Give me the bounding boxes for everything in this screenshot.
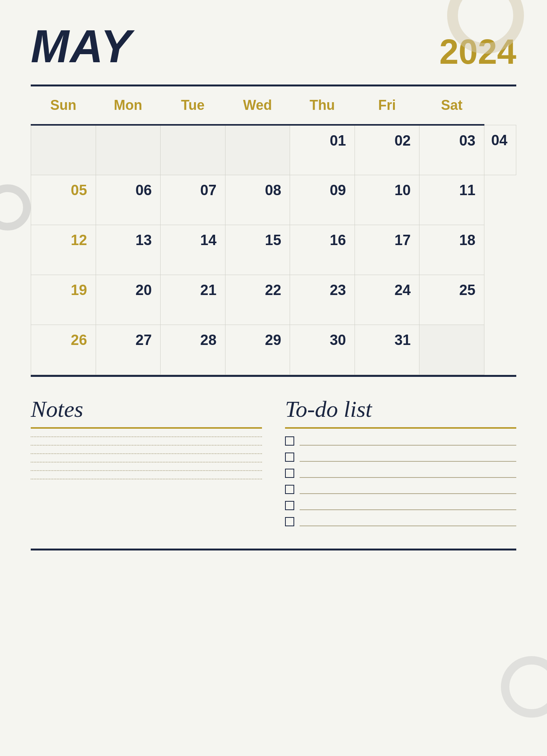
todo-line-1 [300,436,516,446]
todo-underline [285,427,516,429]
calendar-day-w3-d7: 18 [419,225,484,275]
calendar-day-w1-d5: 01 [290,125,355,175]
deco-circle-left [0,184,31,230]
todo-checkbox-4[interactable] [285,485,294,494]
bottom-section: Notes To-do list [31,396,516,533]
calendar-day-w2-d6: 10 [355,175,419,225]
todo-line-2 [300,453,516,462]
calendar-week-2: 05060708091011 [31,175,516,225]
calendar-day-w3-d3: 14 [161,225,225,275]
calendar-body: 0102030405060708091011121314151617181920… [31,125,516,375]
calendar-bottom-border [31,375,516,377]
calendar-day-w2-d2: 06 [96,175,161,225]
calendar-day-w2-d5: 09 [290,175,355,225]
calendar-week-5: 262728293031 [31,325,516,375]
todo-line-5 [300,501,516,510]
todo-checkbox-6[interactable] [285,517,294,526]
calendar-day-w1-d2 [96,125,161,175]
calendar-day-w3-d1: 12 [31,225,96,275]
day-header-thu: Thu [290,86,355,125]
day-header-sat: Sat [419,86,484,125]
todo-checkbox-2[interactable] [285,453,294,462]
todo-item-3 [285,469,516,478]
notes-section: Notes [31,396,262,533]
day-header-wed: Wed [225,86,290,125]
todo-item-4 [285,485,516,494]
month-title: MAY [31,23,132,69]
calendar-day-w1-d4 [225,125,290,175]
final-border [31,549,516,550]
calendar-day-w5-d1: 26 [31,325,96,375]
calendar-day-w4-d5: 23 [290,275,355,325]
calendar-day-w4-d7: 25 [419,275,484,325]
notes-line-6 [31,479,262,479]
todo-checkbox-3[interactable] [285,469,294,478]
calendar-day-w4-d2: 20 [96,275,161,325]
day-header-tue: Tue [161,86,225,125]
calendar-week-1: 01020304 [31,125,516,175]
todo-section: To-do list [285,396,516,533]
calendar-day-w5-d4: 29 [225,325,290,375]
calendar-day-w2-d4: 08 [225,175,290,225]
calendar-day-w4-d6: 24 [355,275,419,325]
notes-line-5 [31,470,262,471]
deco-circle-bottom-right [501,656,547,718]
todo-line-4 [300,485,516,494]
calendar-header-row: Sun Mon Tue Wed Thu Fri Sat [31,86,516,125]
calendar-day-w1-d7: 03 [419,125,484,175]
todo-item-1 [285,436,516,446]
calendar-day-w2-d7: 11 [419,175,484,225]
notes-line-2 [31,445,262,446]
calendar-day-w4-d1: 19 [31,275,96,325]
calendar-day-w3-d5: 16 [290,225,355,275]
calendar-day-w5-d7 [419,325,484,375]
calendar-table: Sun Mon Tue Wed Thu Fri Sat 010203040506… [31,86,516,375]
calendar-day-w4-d3: 21 [161,275,225,325]
calendar-day-w3-d2: 13 [96,225,161,275]
calendar-day-w1-d3 [161,125,225,175]
calendar-day-w5-d5: 30 [290,325,355,375]
header: MAY 2024 [31,23,516,69]
page-container: MAY 2024 Sun Mon Tue Wed Thu Fri Sat 010… [0,0,547,756]
calendar-day-w5-d6: 31 [355,325,419,375]
day-header-sun: Sun [31,86,96,125]
calendar-day-w5-d3: 28 [161,325,225,375]
todo-item-2 [285,453,516,462]
todo-item-5 [285,501,516,510]
calendar-day-w1-d6: 02 [355,125,419,175]
todo-line-3 [300,469,516,478]
notes-line-4 [31,462,262,463]
calendar-day-w5-d2: 27 [96,325,161,375]
calendar-day-w3-d6: 17 [355,225,419,275]
calendar-week-3: 12131415161718 [31,225,516,275]
day-header-fri: Fri [355,86,419,125]
todo-checkbox-1[interactable] [285,436,294,446]
calendar-day-w2-d1: 05 [31,175,96,225]
notes-line-1 [31,436,262,437]
calendar-day-w1-d8: 04 [484,125,516,175]
todo-title: To-do list [285,396,516,423]
notes-line-3 [31,453,262,454]
calendar-day-w4-d4: 22 [225,275,290,325]
day-header-mon: Mon [96,86,161,125]
calendar-day-w3-d4: 15 [225,225,290,275]
todo-checkbox-5[interactable] [285,501,294,510]
notes-title: Notes [31,396,262,423]
todo-line-6 [300,517,516,526]
calendar-day-w2-d3: 07 [161,175,225,225]
calendar-day-w1-d1 [31,125,96,175]
todo-item-6 [285,517,516,526]
notes-underline [31,427,262,429]
calendar-week-4: 19202122232425 [31,275,516,325]
calendar-section: Sun Mon Tue Wed Thu Fri Sat 010203040506… [31,85,516,377]
